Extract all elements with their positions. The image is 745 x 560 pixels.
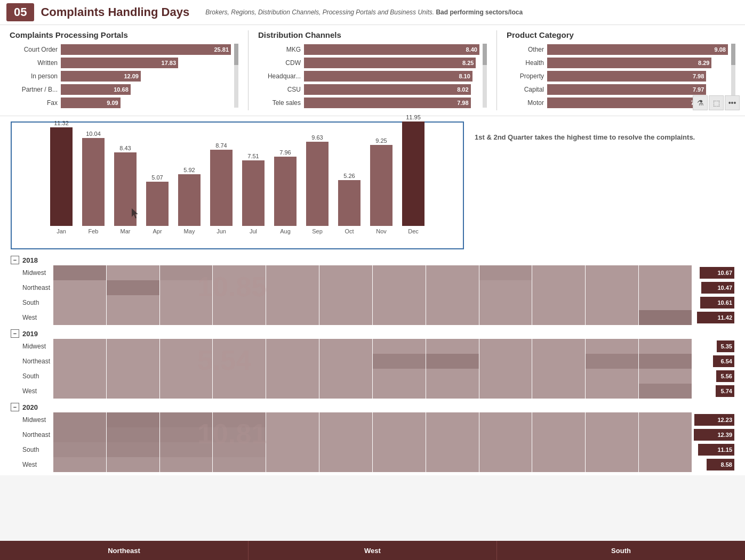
heat-cell[interactable] — [160, 369, 213, 384]
heat-cell[interactable] — [532, 310, 585, 325]
heat-cell[interactable] — [532, 384, 585, 399]
bar-column[interactable]: 7.51Jul — [242, 153, 265, 234]
heat-cell[interactable] — [107, 310, 159, 325]
bar-column[interactable]: 8.43Mar — [114, 145, 137, 234]
heat-cell[interactable] — [373, 369, 426, 384]
heat-cell[interactable] — [479, 442, 532, 457]
heat-cell[interactable] — [479, 354, 532, 369]
bar-column[interactable]: 11.32Jan — [50, 120, 73, 234]
heat-cell[interactable] — [266, 280, 319, 295]
heat-cell[interactable] — [319, 412, 372, 427]
heat-cell[interactable] — [532, 457, 585, 472]
heat-cell[interactable] — [213, 280, 266, 295]
heat-cell[interactable] — [319, 295, 372, 310]
heat-cell[interactable] — [479, 412, 532, 427]
heat-cell[interactable] — [532, 280, 585, 295]
complaints-scrollbar[interactable] — [234, 44, 238, 108]
heat-cell[interactable] — [266, 412, 319, 427]
heat-cell[interactable] — [107, 265, 159, 280]
heat-cell[interactable] — [319, 354, 372, 369]
heat-cell[interactable] — [213, 427, 266, 442]
heat-cell[interactable] — [319, 457, 372, 472]
heat-cell[interactable] — [319, 310, 372, 325]
heat-cell[interactable] — [532, 442, 585, 457]
heat-cell[interactable] — [266, 457, 319, 472]
heat-cell[interactable] — [53, 427, 106, 442]
heat-cell[interactable] — [586, 427, 638, 442]
heat-cell[interactable] — [586, 265, 638, 280]
heat-cell[interactable] — [266, 442, 319, 457]
heat-cell[interactable] — [373, 412, 426, 427]
bar-column[interactable]: 10.04Feb — [82, 131, 105, 234]
heat-cell[interactable] — [107, 442, 159, 457]
heat-cell[interactable] — [373, 442, 426, 457]
heat-cell[interactable] — [53, 384, 106, 399]
heat-cell[interactable] — [639, 384, 692, 399]
heat-cell[interactable] — [160, 427, 213, 442]
heat-cell[interactable] — [426, 442, 479, 457]
heat-cell[interactable] — [319, 369, 372, 384]
heat-cell[interactable] — [53, 442, 106, 457]
heat-cell[interactable] — [160, 280, 213, 295]
bar-column[interactable]: 9.25Nov — [370, 137, 392, 234]
year-toggle-button[interactable]: − — [11, 256, 19, 264]
heat-cell[interactable] — [639, 442, 692, 457]
filter-button[interactable]: ⚗ — [693, 95, 708, 110]
heat-cell[interactable] — [426, 354, 479, 369]
heat-cell[interactable] — [586, 354, 638, 369]
heat-cell[interactable] — [319, 265, 372, 280]
heat-cell[interactable] — [373, 280, 426, 295]
heat-cell[interactable] — [160, 265, 213, 280]
heat-cell[interactable] — [107, 457, 159, 472]
bar-column[interactable]: 7.96Aug — [274, 149, 297, 234]
heat-cell[interactable] — [373, 339, 426, 354]
heat-cell[interactable] — [479, 280, 532, 295]
heat-cell[interactable] — [266, 354, 319, 369]
heat-cell[interactable] — [266, 339, 319, 354]
heat-cell[interactable] — [107, 280, 159, 295]
heat-cell[interactable] — [586, 310, 638, 325]
heat-cell[interactable] — [479, 369, 532, 384]
heat-cell[interactable] — [479, 310, 532, 325]
more-button[interactable]: ••• — [725, 95, 740, 110]
year-toggle-button[interactable]: − — [11, 329, 19, 338]
heat-cell[interactable] — [532, 369, 585, 384]
heat-cell[interactable] — [479, 339, 532, 354]
heat-cell[interactable] — [639, 427, 692, 442]
heat-cell[interactable] — [639, 265, 692, 280]
heat-cell[interactable] — [107, 339, 159, 354]
heat-cell[interactable] — [639, 412, 692, 427]
heat-cell[interactable] — [160, 384, 213, 399]
product-scroll-thumb[interactable] — [731, 44, 735, 65]
heat-cell[interactable] — [373, 265, 426, 280]
bar-column[interactable]: 8.74Jun — [210, 142, 233, 234]
heat-cell[interactable] — [213, 265, 266, 280]
heat-cell[interactable] — [266, 427, 319, 442]
heat-cell[interactable] — [160, 457, 213, 472]
heat-cell[interactable] — [160, 295, 213, 310]
heat-cell[interactable] — [53, 265, 106, 280]
heat-cell[interactable] — [479, 384, 532, 399]
heat-cell[interactable] — [639, 369, 692, 384]
heat-cell[interactable] — [586, 295, 638, 310]
heat-cell[interactable] — [639, 295, 692, 310]
heat-cell[interactable] — [213, 412, 266, 427]
heat-cell[interactable] — [319, 427, 372, 442]
heat-cell[interactable] — [160, 412, 213, 427]
bar-column[interactable]: 11.95Dec — [402, 114, 424, 234]
bar-column[interactable]: 5.92May — [178, 167, 201, 234]
heat-cell[interactable] — [373, 384, 426, 399]
heat-cell[interactable] — [213, 442, 266, 457]
heat-cell[interactable] — [53, 295, 106, 310]
heat-cell[interactable] — [373, 295, 426, 310]
bar-column[interactable]: 5.26Oct — [338, 173, 361, 234]
heat-cell[interactable] — [426, 280, 479, 295]
heat-cell[interactable] — [586, 412, 638, 427]
heat-cell[interactable] — [213, 295, 266, 310]
heat-cell[interactable] — [586, 280, 638, 295]
heat-cell[interactable] — [266, 369, 319, 384]
heat-cell[interactable] — [213, 457, 266, 472]
heat-cell[interactable] — [107, 369, 159, 384]
heat-cell[interactable] — [319, 442, 372, 457]
heat-cell[interactable] — [426, 384, 479, 399]
